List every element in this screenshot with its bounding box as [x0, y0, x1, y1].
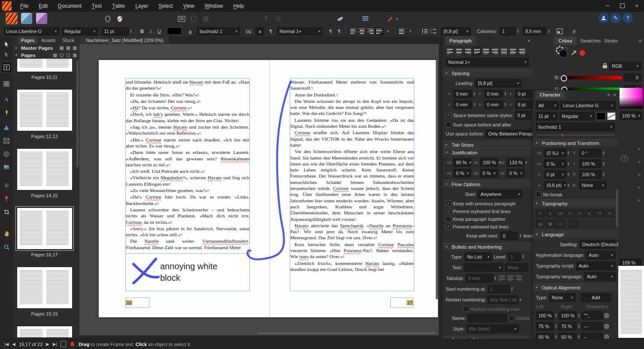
font-size-dropdown[interactable]: 11 pt▲▼: [101, 27, 132, 36]
more-button[interactable]: More...: [505, 263, 528, 272]
panel-icon-2[interactable]: ≡: [636, 159, 642, 165]
level-value[interactable]: 1▲▼: [508, 253, 524, 261]
page-thumbnail[interactable]: [17, 59, 72, 72]
menu-help[interactable]: Help: [228, 0, 249, 12]
last-spread-button[interactable]: ▶|: [53, 342, 57, 346]
flow-checkbox-3[interactable]: ✓: [446, 224, 451, 229]
stepper-icon[interactable]: ▲▼: [555, 324, 557, 328]
pos-field[interactable]: 0 pt▾: [544, 170, 566, 179]
tab-paragraph[interactable]: Paragraph: [445, 36, 476, 45]
optical-left-1[interactable]: 75 %▲▼: [536, 322, 557, 331]
left-page-number-frame[interactable]: 16: [125, 298, 149, 308]
list-style-select[interactable]: [No Style]▾: [467, 325, 519, 333]
crop-tool[interactable]: [1, 207, 12, 217]
section-tab-stops[interactable]: ▸Tab Stops: [443, 141, 533, 148]
tabstop-value[interactable]: 0 mm▲▼: [466, 274, 497, 283]
colour-mode-select[interactable]: RGB▾: [609, 62, 641, 70]
menu-text[interactable]: Text: [87, 0, 107, 12]
typography-button-2[interactable]: 1st: [556, 209, 565, 217]
spacing-field-0-field[interactable]: 0 mm: [453, 90, 472, 98]
tab-assets[interactable]: Assets: [38, 36, 58, 44]
zoom-tool[interactable]: [1, 242, 12, 252]
optical-chars-0[interactable]: ""',: [581, 311, 603, 320]
stepper-icon[interactable]: ▲▼: [473, 102, 476, 107]
character-size-select[interactable]: 11 pt▾: [536, 112, 558, 120]
add-button[interactable]: Add: [581, 293, 611, 302]
remove-row-icon[interactable]: ×: [604, 324, 609, 329]
language-select-0[interactable]: Deutsch (Deutschlar▾: [580, 240, 616, 249]
opacity-select[interactable]: 100 %▾: [620, 111, 642, 120]
global-checkbox[interactable]: [509, 316, 514, 321]
menu-file[interactable]: File: [15, 0, 33, 12]
close-icon[interactable]: ×: [614, 92, 616, 97]
leading-dropdown[interactable]: [9,8 pt]▾: [441, 27, 471, 36]
page-thumbnail[interactable]: [17, 149, 72, 190]
start-numbering-value[interactable]: 1▲▼: [488, 285, 513, 293]
typography-button-7[interactable]: Tt: [605, 209, 614, 217]
stepper-icon[interactable]: ▲▼: [577, 324, 580, 328]
paragraph-style-dropdown[interactable]: Normal 1+▾: [277, 27, 323, 36]
use-space-select[interactable]: Only Between Paragraphs▾: [486, 129, 532, 138]
menu-layer[interactable]: Layer: [130, 0, 153, 12]
vertical-scrollbar[interactable]: [436, 59, 438, 299]
spacing-field-3[interactable]: 0 mm▲▼: [453, 100, 476, 109]
typography-button-10[interactable]: U: [556, 220, 565, 228]
paragraph-align-spine2-button[interactable]: [518, 47, 526, 56]
add-master-icon[interactable]: ▤: [60, 45, 64, 50]
right-text-frame[interactable]: Wasser. Fünftausend Meter entfernt von S…: [290, 78, 414, 291]
first-spread-button[interactable]: |◀: [4, 342, 9, 346]
pos-field[interactable]: (9,8 pt)▾: [544, 181, 566, 190]
typography-button-1[interactable]: a: [546, 209, 555, 217]
justification-value-0[interactable]: 80 %▾: [453, 158, 471, 167]
justification-value-4[interactable]: 0 %▾: [480, 169, 498, 178]
tab-stock[interactable]: Stock: [59, 36, 77, 44]
badge-icon[interactable]: [102, 13, 113, 24]
page-indicator[interactable]: 16,17 of 23: [19, 342, 43, 347]
vertical-align-button[interactable]: [398, 27, 406, 36]
minimize-button[interactable]: [600, 0, 615, 12]
frame-properties-icon[interactable]: [176, 13, 187, 24]
font-size-dropdown-field[interactable]: 11 pt: [101, 27, 129, 36]
paragraph-align-center-button[interactable]: [455, 47, 463, 56]
rectangle-frame-tool[interactable]: [1, 135, 12, 146]
slider-knob[interactable]: [561, 75, 567, 81]
menu-select[interactable]: Select: [153, 0, 178, 12]
eyedropper-icon[interactable]: [571, 49, 578, 57]
pen-tool[interactable]: [1, 107, 12, 117]
document-tab[interactable]: Nachtmeer_Satz [Modified] (109.0%): [80, 36, 169, 44]
list-align-button-1[interactable]: [507, 274, 514, 283]
optical-chars-1[interactable]: ---: [581, 322, 603, 331]
section-typography[interactable]: ▾Typography: [533, 199, 619, 207]
panel-icon-5[interactable]: ≡: [636, 197, 642, 203]
optical-right-1-field[interactable]: 75 %: [559, 322, 577, 331]
pos-field[interactable]: 100 %▲▼: [579, 159, 605, 168]
stepper-icon[interactable]: ▲▼: [577, 313, 580, 318]
page-thumbnail[interactable]: [17, 267, 72, 308]
pen-slash-icon[interactable]: [114, 13, 125, 24]
typography-button-4[interactable]: S': [575, 209, 584, 217]
align-options-caret[interactable]: ▾: [383, 27, 392, 36]
stepper-icon[interactable]: ▲▼: [602, 162, 605, 166]
menu-document[interactable]: Document: [53, 0, 87, 12]
list-text-select[interactable]: ▾: [464, 263, 503, 272]
tab-stroke[interactable]: Stroke: [604, 38, 618, 43]
lock-icon[interactable]: [602, 63, 608, 69]
pos-field[interactable]: 0 °▲▼: [579, 149, 605, 157]
stepper-icon[interactable]: ▲▼: [602, 151, 605, 155]
typography-button-11[interactable]: ...: [569, 220, 578, 228]
optical-left-1-field[interactable]: 75 %: [536, 322, 554, 331]
paragraph-mark-button-2[interactable]: ¶: [335, 27, 343, 36]
pos-field-field[interactable]: 100 %: [579, 159, 601, 168]
justify-left-button[interactable]: [375, 27, 383, 36]
leading-select[interactable]: [9,8 pt]▾: [475, 79, 522, 87]
paragraph-align-right-button[interactable]: [464, 47, 472, 56]
ellipse-frame-tool[interactable]: [1, 149, 12, 159]
stepper-icon[interactable]: ▲▼: [567, 159, 570, 168]
pos-field[interactable]: 0 ‰▾: [544, 159, 566, 168]
paragraph-align-jall-button[interactable]: [500, 47, 508, 56]
numbered-list-button[interactable]: 12: [429, 27, 437, 36]
close-button[interactable]: ×: [629, 0, 644, 12]
section-positioning[interactable]: ▾Positioning and Transform: [533, 139, 619, 147]
character-named-style-select[interactable]: buchsatz 1▾: [536, 123, 615, 131]
red-pen-caret[interactable]: ▾: [395, 13, 399, 24]
